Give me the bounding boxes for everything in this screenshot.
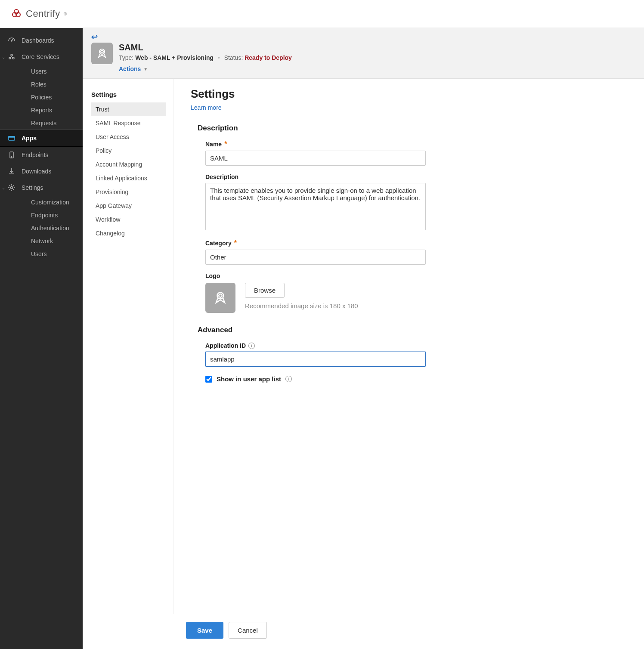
footer-actions: Save Cancel: [186, 614, 644, 649]
sidebar-sub-policies[interactable]: Policies: [0, 91, 83, 104]
section-description: Description: [198, 124, 457, 133]
sidebar-label: Endpoints: [22, 151, 48, 158]
svg-point-14: [217, 293, 224, 299]
subnav-user-access[interactable]: User Access: [91, 130, 166, 144]
info-icon[interactable]: i: [285, 376, 292, 382]
svg-rect-8: [9, 136, 15, 138]
browse-button[interactable]: Browse: [245, 283, 285, 298]
description-label: Description: [205, 173, 457, 180]
subnav-trust[interactable]: Trust: [91, 102, 166, 116]
sidebar-sub-network[interactable]: Network: [0, 235, 83, 247]
subnav-changelog[interactable]: Changelog: [91, 226, 166, 240]
subnav-linked-applications[interactable]: Linked Applications: [91, 171, 166, 185]
sidebar-label: Settings: [22, 184, 43, 191]
sidebar-sub-reports[interactable]: Reports: [0, 104, 83, 117]
sidebar-label: Downloads: [22, 168, 51, 175]
topbar: Centrify®: [0, 0, 644, 28]
gear-icon: [8, 184, 15, 192]
save-button[interactable]: Save: [186, 622, 223, 639]
sidebar-sub-roles[interactable]: Roles: [0, 78, 83, 91]
form-heading: Settings: [191, 87, 457, 101]
svg-point-12: [99, 49, 105, 54]
subnav-app-gateway[interactable]: App Gateway: [91, 199, 166, 213]
application-id-input[interactable]: [205, 352, 426, 367]
svg-point-11: [11, 187, 13, 189]
svg-point-15: [219, 294, 222, 297]
section-advanced: Advanced: [198, 326, 457, 334]
sidebar-sub-users[interactable]: Users: [0, 65, 83, 78]
brand-logo[interactable]: Centrify®: [10, 7, 67, 21]
sidebar-label: Dashboards: [22, 37, 54, 44]
logo-label: Logo: [205, 272, 457, 279]
category-label: Category*: [205, 239, 457, 247]
cancel-button[interactable]: Cancel: [229, 622, 267, 639]
svg-point-4: [11, 54, 12, 56]
subnav-title: Settings: [91, 91, 166, 98]
sidebar-item-apps[interactable]: Apps: [0, 130, 83, 147]
svg-point-10: [11, 157, 12, 158]
brand-name: Centrify: [26, 8, 60, 19]
apps-icon: [8, 134, 15, 142]
sidebar-item-settings[interactable]: ⌄ Settings: [0, 179, 83, 196]
sidebar-sub-customization[interactable]: Customization: [0, 196, 83, 209]
subnav-account-mapping[interactable]: Account Mapping: [91, 158, 166, 171]
form-panel: Settings Learn more Description Name* De…: [173, 79, 474, 614]
name-label: Name*: [205, 140, 457, 148]
download-icon: [8, 167, 15, 175]
core-icon: [8, 53, 15, 61]
sidebar-label: Apps: [22, 135, 37, 142]
sidebar-item-endpoints[interactable]: Endpoints: [0, 147, 83, 163]
subnav-provisioning[interactable]: Provisioning: [91, 185, 166, 199]
subnav-policy[interactable]: Policy: [91, 144, 166, 158]
show-in-list-label: Show in user app list: [217, 375, 281, 383]
description-textarea[interactable]: [205, 183, 426, 230]
sidebar-item-dashboards[interactable]: Dashboards: [0, 32, 83, 49]
sidebar-label: Core Services: [22, 53, 59, 60]
sidebar-sub-endpoints[interactable]: Endpoints: [0, 209, 83, 222]
chevron-down-icon: ⌄: [2, 55, 5, 59]
chevron-down-icon: ⌄: [2, 185, 5, 190]
dashboard-icon: [8, 37, 15, 44]
info-icon[interactable]: i: [248, 343, 255, 349]
svg-point-3: [11, 40, 12, 41]
svg-rect-7: [9, 136, 15, 140]
sidebar-item-downloads[interactable]: Downloads: [0, 163, 83, 179]
logo-thumbnail: [205, 283, 235, 313]
endpoint-icon: [8, 151, 15, 159]
subnav-workflow[interactable]: Workflow: [91, 213, 166, 226]
trademark: ®: [64, 12, 67, 16]
sidebar-sub-users2[interactable]: Users: [0, 247, 83, 260]
learn-more-link[interactable]: Learn more: [191, 104, 222, 111]
required-icon: *: [224, 140, 227, 148]
sidebar-sub-authentication[interactable]: Authentication: [0, 222, 83, 235]
logo-icon: [10, 7, 22, 21]
required-icon: *: [234, 239, 237, 247]
sidebar-item-core-services[interactable]: ⌄ Core Services: [0, 49, 83, 65]
back-button[interactable]: ↩: [91, 32, 98, 42]
appid-label: Application ID i: [205, 342, 457, 349]
svg-point-13: [101, 50, 103, 53]
page-title: SAML: [119, 43, 292, 53]
caret-down-icon: ▼: [143, 67, 148, 71]
name-input[interactable]: [205, 151, 426, 166]
settings-subnav: Settings Trust SAML Response User Access…: [83, 79, 173, 614]
actions-dropdown[interactable]: Actions▼: [119, 65, 148, 72]
page-header-bar: ↩ SAML Type: Web - SAML + Provisioning •…: [83, 28, 644, 79]
app-icon: [91, 43, 113, 64]
sidebar-sub-requests[interactable]: Requests: [0, 117, 83, 130]
show-in-user-app-list-checkbox[interactable]: [205, 376, 212, 383]
subnav-saml-response[interactable]: SAML Response: [91, 116, 166, 130]
logo-hint: Recommended image size is 180 x 180: [245, 302, 358, 309]
page-meta: Type: Web - SAML + Provisioning • Status…: [119, 54, 292, 61]
category-input[interactable]: [205, 250, 426, 265]
sidebar: Dashboards ⌄ Core Services Users Roles P…: [0, 28, 83, 649]
